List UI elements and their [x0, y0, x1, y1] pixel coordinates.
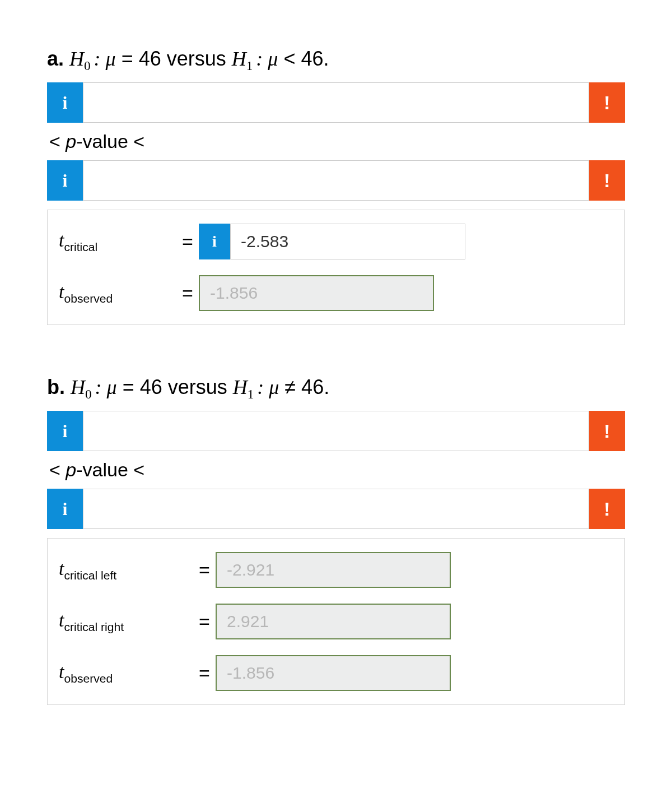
- a-pvalue-label: < p-value <: [49, 131, 625, 152]
- part-a-prefix: a.: [47, 47, 64, 70]
- b-pvalue-upper-input[interactable]: [83, 489, 589, 529]
- b-tcritical-right-label: tcritical right: [59, 610, 193, 634]
- equals-sign: =: [176, 231, 199, 253]
- a-tcritical-row: tcritical = i -2.583: [59, 224, 613, 259]
- a-pvalue-lower-row: i !: [47, 82, 625, 123]
- info-icon[interactable]: i: [199, 224, 230, 259]
- b-tobserved-label: tobserved: [59, 661, 193, 685]
- warn-icon[interactable]: !: [589, 82, 625, 123]
- warn-icon[interactable]: !: [589, 489, 625, 529]
- b-t-box: tcritical left = -2.921 tcritical right …: [47, 538, 625, 705]
- a-tobserved-value: -1.856: [199, 275, 434, 311]
- a-tcritical-value[interactable]: -2.583: [230, 224, 465, 259]
- a-pvalue-upper-input[interactable]: [83, 160, 589, 201]
- b-pvalue-label: < p-value <: [49, 459, 625, 481]
- b-tobserved-row: tobserved = -1.856: [59, 655, 613, 691]
- b-tcritical-right-value: 2.921: [216, 604, 451, 639]
- a-pvalue-lower-input[interactable]: [83, 82, 589, 123]
- b-tcritical-left-label: tcritical left: [59, 558, 193, 582]
- b-pvalue-lower-row: i !: [47, 411, 625, 451]
- hypothesis-b: b. H0 : μ = 46 versus H1 : μ ≠ 46.: [47, 375, 625, 402]
- info-icon[interactable]: i: [47, 82, 83, 123]
- warn-icon[interactable]: !: [589, 160, 625, 201]
- b-pvalue-lower-input[interactable]: [83, 411, 589, 451]
- info-icon[interactable]: i: [47, 489, 83, 529]
- a-t-box: tcritical = i -2.583 tobserved = -1.856: [47, 210, 625, 325]
- b-tcritical-left-row: tcritical left = -2.921: [59, 552, 613, 588]
- equals-sign: =: [193, 559, 216, 581]
- info-icon[interactable]: i: [47, 411, 83, 451]
- a-tobserved-row: tobserved = -1.856: [59, 275, 613, 311]
- part-b-prefix: b.: [47, 375, 65, 398]
- hypothesis-a: a. H0 : μ = 46 versus H1 : μ < 46.: [47, 47, 625, 73]
- b-pvalue-upper-row: i !: [47, 489, 625, 529]
- a-tcritical-value-wrap: i -2.583: [199, 224, 465, 259]
- equals-sign: =: [193, 662, 216, 684]
- info-icon[interactable]: i: [47, 160, 83, 201]
- warn-icon[interactable]: !: [589, 411, 625, 451]
- a-tcritical-label: tcritical: [59, 230, 176, 254]
- a-pvalue-upper-row: i !: [47, 160, 625, 201]
- equals-sign: =: [193, 611, 216, 633]
- a-tobserved-label: tobserved: [59, 281, 176, 305]
- equals-sign: =: [176, 282, 199, 304]
- b-tobserved-value: -1.856: [216, 655, 451, 691]
- b-tcritical-left-value: -2.921: [216, 552, 451, 588]
- b-tcritical-right-row: tcritical right = 2.921: [59, 604, 613, 639]
